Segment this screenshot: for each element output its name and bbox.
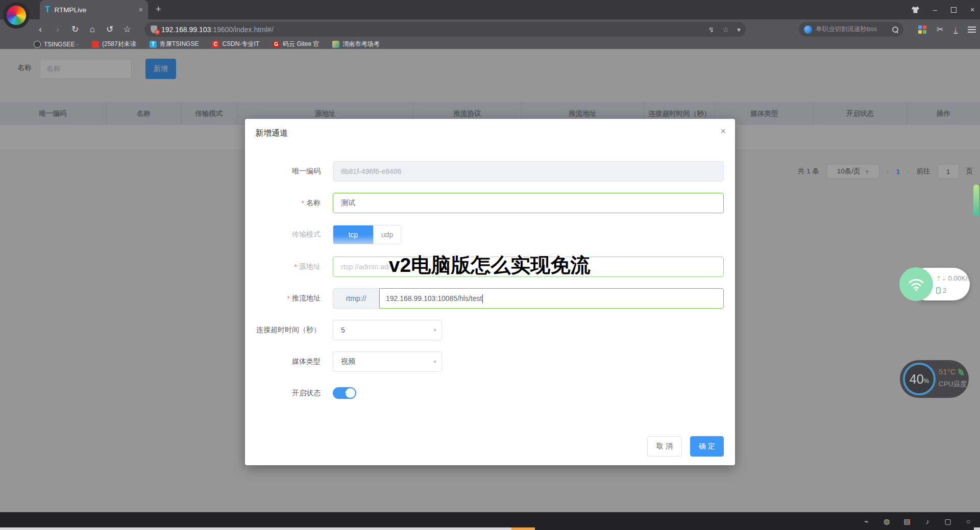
url-dropdown-icon[interactable]: ▾ [737,26,741,34]
favorite-star-icon[interactable]: ☆ [722,26,729,34]
screenshot-scissors-icon[interactable]: ✂ [937,24,943,34]
dialog-footer: 取 消 确 定 [647,436,724,457]
usb-tray-icon[interactable]: ⌁ [862,517,871,525]
tab-close-icon[interactable]: × [139,6,143,14]
wifi-icon[interactable] [899,267,933,301]
restore-tab-icon[interactable]: ↺ [101,24,118,35]
required-asterisk: * [295,263,297,271]
bookmark-favicon [332,41,339,48]
network-speed-widget[interactable]: ⇡⇣ 0.00K/s 2 [910,268,970,300]
timeout-value: 5 [341,326,345,334]
bookmark-label: 码云 Gitee 官 [283,40,319,48]
window-tray-icon[interactable]: ▢ [943,517,952,525]
field-row-media: 媒体类型 视频 ▾ [245,351,735,372]
push-label: *推流地址 [245,288,327,309]
field-row-status: 开启状态 [245,383,735,403]
back-icon[interactable]: ‹ [32,24,49,35]
confirm-button[interactable]: 确 定 [690,436,724,457]
cpu-monitor-widget[interactable]: 40 % 51°C CPU温度 [900,360,969,398]
forward-icon[interactable]: › [49,24,66,35]
tab-bar: T RTMPLive × + – × [0,0,980,19]
network-tray-icon[interactable]: ◍ [882,517,891,525]
scrollbar-thumb[interactable] [973,185,979,216]
status-label: 开启状态 [245,383,327,403]
bookmark-star-icon[interactable]: ☆ [118,24,136,35]
name-label: *名称 [245,193,327,213]
download-icon[interactable]: ↓ [954,26,958,34]
required-asterisk: * [302,199,304,207]
url-path: :19600/index.html#/ [211,26,273,34]
bookmark-qingxi[interactable]: T 青犀TSINGSE [150,40,199,48]
search-tray-icon[interactable]: ○ [964,517,973,525]
media-label: 媒体类型 [245,351,327,372]
bookmark-csdn[interactable]: C CSDN-专业IT [212,40,259,48]
bookmark-weinan[interactable]: 渭南市考场考 [332,40,379,48]
search-icon[interactable] [892,27,898,33]
field-row-uid: 唯一编码 8b81f-496f6-e8486 [245,161,735,182]
window-controls: – × [912,0,977,19]
mode-label: 传输模式 [245,224,327,245]
address-bar[interactable]: × 192.168.99.103:19600/index.html#/ ↯ ☆ … [144,22,746,37]
source-label: *源地址 [245,257,327,277]
new-tab-button[interactable]: + [156,4,161,15]
volume-tray-icon[interactable]: ♪ [923,517,932,525]
flash-icon[interactable]: ↯ [708,26,715,34]
uid-label: 唯一编码 [245,161,327,182]
bookmark-favicon [34,41,41,48]
push-address-input[interactable]: 192.168.99.103:10085/hls/test [379,288,724,309]
url-host: 192.168.99.103 [161,26,211,34]
field-row-push: *推流地址 rtmp:// 192.168.99.103:10085/hls/t… [245,288,735,309]
close-window-button[interactable]: × [968,6,977,14]
bookmarks-bar: TSINGSEE · (2587封未读 T 青犀TSINGSE C CSDN-专… [0,39,980,49]
web-page: 名称 名称 新增 唯一编码 名称 传输模式 源地址 推流协议 推流地址 连接超时… [0,49,980,512]
dialog-close-icon[interactable]: × [720,126,726,137]
theme-skin-icon[interactable] [912,7,919,13]
browser-logo-pinwheel [7,6,26,25]
name-value: 测试 [341,198,355,208]
browser-logo[interactable] [3,2,30,29]
media-type-select[interactable]: 视频 ▾ [333,351,442,372]
tcp-radio-button[interactable]: tcp [333,225,373,244]
rtmp-prefix: rtmp:// [333,288,379,309]
bookmark-gitee[interactable]: G 码云 Gitee 官 [273,40,319,48]
minimize-button[interactable]: – [930,6,940,14]
menu-icon[interactable] [968,27,976,33]
show-desktop-button[interactable] [974,527,980,530]
field-row-timeout: 连接超时时间（秒） 5 ▾ [245,320,735,340]
insecure-badge: × [155,30,160,35]
device-icon [936,287,941,294]
search-input[interactable]: 单职业切割流速秒bos [816,25,889,34]
bookmark-favicon: T [150,41,157,48]
chevron-down-icon: ▾ [433,326,436,334]
search-box[interactable]: 单职业切割流速秒bos [799,22,903,37]
tab-rtmplive[interactable]: T RTMPLive × [40,0,148,19]
tab-title: RTMPLive [54,6,134,14]
security-shield-icon[interactable]: × [151,26,157,33]
cancel-button[interactable]: 取 消 [647,436,682,457]
browser-toolbar: ‹ › ↻ ⌂ ↺ ☆ × 192.168.99.103:19600/index… [0,19,980,39]
uid-value: 8b81f-496f6-e8486 [341,167,401,175]
home-icon[interactable]: ⌂ [84,24,101,35]
system-tray: ⌁ ◍ ▤ ♪ ▢ ○ [862,512,973,530]
cpu-usage-ring: 40 % [903,363,936,395]
bookmark-tsingsee[interactable]: TSINGSEE · [34,41,79,48]
add-channel-dialog: 新增通道 × 唯一编码 8b81f-496f6-e8486 *名称 测试 传输模… [245,119,735,465]
timeout-label: 连接超时时间（秒） [245,320,327,340]
network-stats: ⇡⇣ 0.00K/s 2 [936,272,971,296]
bookmark-favicon [92,41,99,48]
reload-icon[interactable]: ↻ [66,24,84,35]
name-input[interactable]: 测试 [333,193,724,213]
status-toggle-on[interactable] [333,387,356,399]
folder-tray-icon[interactable]: ▤ [902,517,912,525]
cpu-temperature: 51°C [939,367,964,376]
search-engine-icon [804,26,812,34]
bookmark-label: (2587封未读 [102,40,136,48]
apps-grid-icon[interactable] [918,26,926,34]
dialog-title: 新增通道 [255,128,288,139]
timeout-select[interactable]: 5 ▾ [333,320,442,340]
bookmark-label: TSINGSEE · [44,41,79,48]
udp-radio-button[interactable]: udp [373,225,401,244]
required-asterisk: * [287,294,290,302]
bookmark-mail[interactable]: (2587封未读 [92,40,136,48]
maximize-button[interactable] [951,7,957,13]
